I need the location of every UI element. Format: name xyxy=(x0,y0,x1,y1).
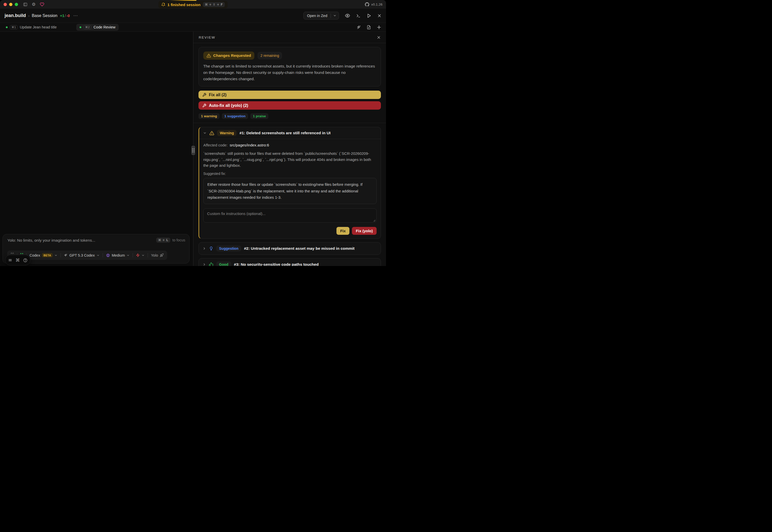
menu-icon[interactable] xyxy=(8,258,12,262)
sparkle-model-icon xyxy=(64,253,68,257)
tab-shortcut: ⌘2 xyxy=(84,25,91,29)
issue-card-suggestion: Suggestion #2: Untracked replacement ass… xyxy=(199,242,381,255)
breadcrumb-separator: › xyxy=(28,13,29,18)
fix-button[interactable]: Fix xyxy=(336,227,350,235)
panel-drag-handle[interactable] xyxy=(191,146,195,155)
finished-session-badge[interactable]: 1 finished session ⌘ + ⇧ + F xyxy=(158,1,228,8)
warning-triangle-icon xyxy=(210,131,214,136)
issue-type-badge: Warning xyxy=(217,130,237,136)
close-session-icon[interactable] xyxy=(377,14,381,18)
github-icon[interactable] xyxy=(365,2,369,7)
help-icon[interactable] xyxy=(23,258,27,262)
agent-selector[interactable]: Codex BETA xyxy=(29,253,57,257)
run-play-icon[interactable] xyxy=(367,13,371,18)
sidebar-toggle-icon[interactable] xyxy=(23,2,27,7)
app-window: ⚙ 1 finished session ⌘ + ⇧ + F v0.1.26 j… xyxy=(0,0,386,266)
minimize-window-button[interactable] xyxy=(9,3,12,6)
autofix-all-button[interactable]: Auto-fix all (yolo) (2) xyxy=(199,101,381,110)
close-review-icon[interactable] xyxy=(377,36,381,39)
bell-icon xyxy=(161,3,165,7)
issue-type-badge: Suggestion xyxy=(216,245,241,252)
issue-header[interactable]: Good #3: No security-sensitive code path… xyxy=(199,258,381,266)
document-icon[interactable] xyxy=(367,25,371,29)
fix-yolo-button[interactable]: Fix (yolo) xyxy=(352,227,377,235)
focus-hint-label: to focus xyxy=(172,238,185,242)
close-window-button[interactable] xyxy=(4,3,7,6)
new-tab-plus-icon[interactable] xyxy=(377,25,381,30)
suggestion-count-badge: 1 suggestion xyxy=(222,113,248,119)
composer[interactable]: Yolo: No limits, only your imagination a… xyxy=(3,234,189,263)
issue-title: #3: No security-sensitive code paths tou… xyxy=(234,262,319,266)
changes-requested-label: Changes Requested xyxy=(213,53,251,58)
power-mode-selector[interactable] xyxy=(136,253,144,257)
more-menu-button[interactable]: ⋯ xyxy=(73,13,78,18)
zoom-window-button[interactable] xyxy=(15,3,18,6)
warning-count-badge: 1 warning xyxy=(199,113,220,119)
review-summary: The change set is limited to screenshot … xyxy=(203,63,376,82)
open-in-zed-label: Open in Zed xyxy=(304,14,331,18)
open-in-zed-dropdown[interactable] xyxy=(331,14,339,17)
diff-stats: +1/-0 xyxy=(60,13,70,18)
review-content: Changes Requested 2 remaining The change… xyxy=(194,43,386,266)
gear-icon[interactable]: ⚙ xyxy=(32,2,36,7)
issue-description: `screenshots` still points to four files… xyxy=(203,151,377,168)
affected-code-label: Affected code: xyxy=(203,143,228,147)
wrench-icon xyxy=(202,104,206,108)
yolo-mode-item[interactable]: Yolo xyxy=(151,253,164,257)
effort-selector[interactable]: Medium xyxy=(106,253,130,257)
sparkle-new-icon[interactable] xyxy=(357,25,361,29)
open-in-zed-button[interactable]: Open in Zed xyxy=(303,12,339,20)
heart-icon[interactable] xyxy=(40,2,44,7)
finished-session-label: 1 finished session xyxy=(167,3,201,7)
preview-eye-icon[interactable] xyxy=(345,13,350,18)
suggested-fix-text: Either restore those four files or updat… xyxy=(203,178,377,204)
terminal-icon[interactable] xyxy=(356,13,361,18)
composer-toolbar: ^^ Codex BETA GPT 5.3 Code xyxy=(7,251,167,260)
diff-removed: -0 xyxy=(66,13,70,18)
traffic-lights xyxy=(4,3,18,6)
session-title: Base Session xyxy=(32,13,57,18)
review-panel-title: REVIEW xyxy=(199,36,215,39)
panel-divider[interactable] xyxy=(193,32,194,266)
issue-title: #2: Untracked replacement asset may be m… xyxy=(244,246,355,251)
session-pane: Yolo: No limits, only your imagination a… xyxy=(0,32,193,266)
app-version: v0.1.26 xyxy=(371,3,382,6)
session-shortcut-badge: ⌘ + ⇧ + F xyxy=(203,2,225,7)
tab-status-dot xyxy=(6,26,8,28)
changes-requested-badge: Changes Requested xyxy=(203,52,254,60)
command-icon[interactable]: ⌘ xyxy=(15,258,20,263)
fix-all-button[interactable]: Fix all (2) xyxy=(199,91,381,99)
chevron-down-icon xyxy=(96,254,100,257)
issue-card-good: Good #3: No security-sensitive code path… xyxy=(199,258,381,266)
issue-title: #1: Deleted screenshots are still refere… xyxy=(240,131,330,135)
model-selector[interactable]: GPT 5.3 Codex xyxy=(64,253,100,257)
diff-added: +1 xyxy=(60,13,64,18)
issue-header[interactable]: Warning #1: Deleted screenshots are stil… xyxy=(199,127,381,139)
tab-code-review[interactable]: ⌘2 Code Review xyxy=(76,24,119,31)
issue-header[interactable]: Suggestion #2: Untracked replacement ass… xyxy=(199,242,381,255)
focus-shortcut-badge: ⌘ + L xyxy=(156,238,170,243)
warning-triangle-icon xyxy=(207,54,211,58)
chevron-down-icon xyxy=(126,254,129,257)
effort-label: Medium xyxy=(112,253,125,257)
os-bar: ⚙ 1 finished session ⌘ + ⇧ + F v0.1.26 xyxy=(0,0,386,9)
yolo-label: Yolo xyxy=(151,253,158,257)
chevron-right-icon[interactable] xyxy=(203,247,206,250)
lightning-icon xyxy=(136,253,140,257)
chevron-right-icon[interactable] xyxy=(203,263,206,266)
tab-bar: ⌘1 Update Jean head title ⌘2 Code Review xyxy=(0,23,386,32)
app-name: jean.build xyxy=(5,13,26,18)
tab-update-jean-head-title[interactable]: ⌘1 Update Jean head title xyxy=(3,24,60,31)
model-label: GPT 5.3 Codex xyxy=(69,253,95,257)
tab-status-dot xyxy=(79,26,81,28)
chevron-down-icon[interactable] xyxy=(203,131,207,135)
brain-icon xyxy=(106,253,110,257)
wrench-icon xyxy=(202,93,206,97)
chevron-down-icon xyxy=(141,254,144,257)
composer-placeholder[interactable]: Yolo: No limits, only your imagination a… xyxy=(7,238,95,243)
rocket-icon xyxy=(160,253,164,257)
issue-card-warning: Warning #1: Deleted screenshots are stil… xyxy=(199,127,381,239)
issue-counts: 1 warning 1 suggestion 1 praise xyxy=(199,113,381,119)
review-panel: REVIEW Changes Requested 2 xyxy=(194,32,386,266)
custom-fix-input[interactable] xyxy=(203,208,377,223)
